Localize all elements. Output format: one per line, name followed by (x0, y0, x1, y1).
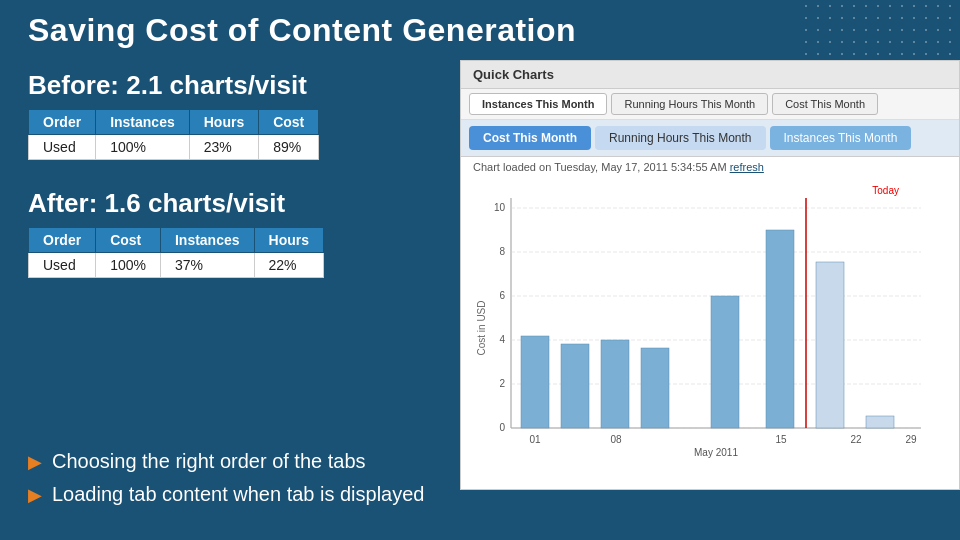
before-heading: Before: 2.1 charts/visit (28, 70, 468, 101)
quick-charts-header: Quick Charts (461, 61, 959, 89)
svg-text:0: 0 (499, 422, 505, 433)
before-row-instances: 100% (96, 135, 190, 160)
refresh-link[interactable]: refresh (730, 161, 764, 173)
chart-area: Today Cost in USD 0 2 4 6 8 10 (461, 177, 959, 471)
before-section: Before: 2.1 charts/visit Order Instances… (28, 70, 468, 160)
arrow-icon-2: ▶ (28, 484, 42, 506)
after-heading: After: 1.6 charts/visit (28, 188, 468, 219)
tab-cost-this-month[interactable]: Cost This Month (469, 126, 591, 150)
bullet-item-1: ▶ Choosing the right order of the tabs (28, 450, 425, 473)
table-row: Used 100% 23% 89% (29, 135, 319, 160)
svg-rect-22 (816, 262, 844, 428)
before-col-instances: Instances (96, 110, 190, 135)
after-row-order: Used (29, 253, 96, 278)
before-col-cost: Cost (259, 110, 319, 135)
svg-text:2: 2 (499, 378, 505, 389)
svg-rect-17 (601, 340, 629, 428)
before-table: Order Instances Hours Cost Used 100% 23%… (28, 109, 319, 160)
before-row-cost: 89% (259, 135, 319, 160)
quick-charts-panel: Quick Charts Instances This Month Runnin… (460, 60, 960, 490)
svg-rect-23 (866, 416, 894, 428)
tab-cost-this-month-row1[interactable]: Cost This Month (772, 93, 878, 115)
svg-text:6: 6 (499, 290, 505, 301)
before-col-hours: Hours (189, 110, 258, 135)
tab-row-1: Instances This Month Running Hours This … (461, 89, 959, 120)
today-label: Today (872, 185, 899, 196)
after-table: Order Cost Instances Hours Used 100% 37%… (28, 227, 324, 278)
svg-rect-19 (711, 296, 739, 428)
table-row: Used 100% 37% 22% (29, 253, 324, 278)
chart-load-text: Chart loaded on Tuesday, May 17, 2011 5:… (473, 161, 730, 173)
svg-rect-20 (766, 230, 794, 428)
svg-text:Cost in USD: Cost in USD (476, 300, 487, 355)
tab-instances-month[interactable]: Instances This Month (770, 126, 912, 150)
after-col-cost: Cost (96, 228, 161, 253)
svg-text:29: 29 (905, 434, 917, 445)
tab-running-hours-this-month[interactable]: Running Hours This Month (611, 93, 768, 115)
page-title: Saving Cost of Content Generation (28, 12, 576, 49)
after-row-hours: 22% (254, 253, 323, 278)
after-row-cost: 100% (96, 253, 161, 278)
left-panel: Before: 2.1 charts/visit Order Instances… (28, 70, 468, 282)
svg-text:4: 4 (499, 334, 505, 345)
before-col-order: Order (29, 110, 96, 135)
before-row-hours: 23% (189, 135, 258, 160)
after-col-instances: Instances (160, 228, 254, 253)
svg-text:10: 10 (494, 202, 506, 213)
svg-text:08: 08 (610, 434, 622, 445)
svg-text:8: 8 (499, 246, 505, 257)
bullet-item-2: ▶ Loading tab content when tab is displa… (28, 483, 425, 506)
tab-row-2: Cost This Month Running Hours This Month… (461, 120, 959, 157)
svg-rect-18 (641, 348, 669, 428)
bar-chart: Cost in USD 0 2 4 6 8 10 (471, 183, 931, 463)
svg-text:May 2011: May 2011 (694, 447, 738, 458)
arrow-icon-1: ▶ (28, 451, 42, 473)
svg-text:01: 01 (529, 434, 541, 445)
bullets-section: ▶ Choosing the right order of the tabs ▶… (28, 450, 425, 516)
before-row-order: Used (29, 135, 96, 160)
tab-running-hours[interactable]: Running Hours This Month (595, 126, 766, 150)
after-section: After: 1.6 charts/visit Order Cost Insta… (28, 188, 468, 278)
after-col-order: Order (29, 228, 96, 253)
svg-text:15: 15 (775, 434, 787, 445)
bullet-text-2: Loading tab content when tab is displaye… (52, 483, 425, 506)
bullet-text-1: Choosing the right order of the tabs (52, 450, 366, 473)
svg-rect-15 (521, 336, 549, 428)
svg-text:22: 22 (850, 434, 862, 445)
tab-instances-this-month[interactable]: Instances This Month (469, 93, 607, 115)
svg-rect-16 (561, 344, 589, 428)
after-row-instances: 37% (160, 253, 254, 278)
after-col-hours: Hours (254, 228, 323, 253)
chart-info: Chart loaded on Tuesday, May 17, 2011 5:… (461, 157, 959, 177)
